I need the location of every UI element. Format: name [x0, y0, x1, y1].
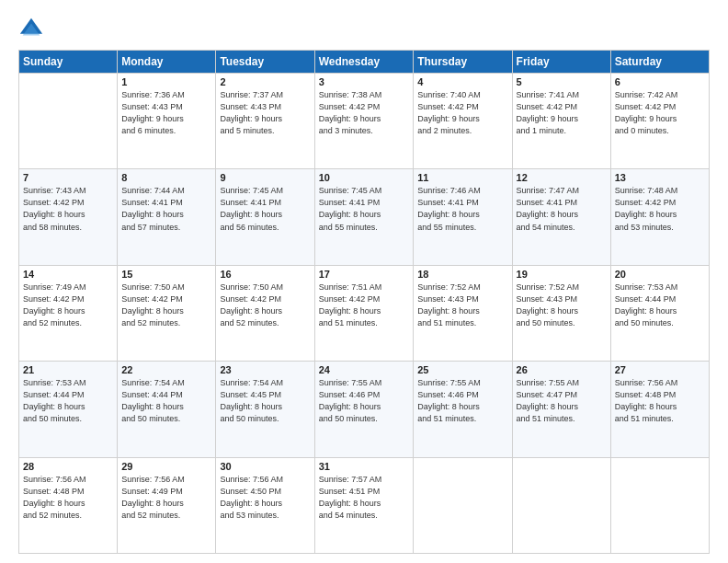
day-number: 13 [615, 172, 705, 183]
day-number: 25 [417, 364, 507, 375]
calendar-day-21: 21Sunrise: 7:53 AM Sunset: 4:44 PM Dayli… [19, 362, 118, 457]
calendar-day-7: 7Sunrise: 7:43 AM Sunset: 4:42 PM Daylig… [19, 169, 118, 265]
day-number: 10 [319, 172, 410, 183]
day-info: Sunrise: 7:53 AM Sunset: 4:44 PM Dayligh… [615, 282, 705, 329]
day-info: Sunrise: 7:55 AM Sunset: 4:46 PM Dayligh… [417, 377, 507, 425]
calendar-week-3: 14Sunrise: 7:49 AM Sunset: 4:42 PM Dayli… [19, 265, 710, 361]
day-info: Sunrise: 7:51 AM Sunset: 4:42 PM Dayligh… [319, 282, 410, 329]
day-info: Sunrise: 7:52 AM Sunset: 4:43 PM Dayligh… [517, 282, 607, 329]
day-number: 27 [615, 364, 705, 375]
day-number: 6 [615, 76, 705, 87]
calendar-day-4: 4Sunrise: 7:40 AM Sunset: 4:42 PM Daylig… [414, 74, 512, 169]
calendar-day-9: 9Sunrise: 7:45 AM Sunset: 4:41 PM Daylig… [216, 169, 314, 265]
logo-icon [18, 17, 44, 42]
weekday-header-friday: Friday [512, 51, 610, 74]
day-info: Sunrise: 7:50 AM Sunset: 4:42 PM Dayligh… [220, 282, 310, 329]
day-info: Sunrise: 7:55 AM Sunset: 4:46 PM Dayligh… [319, 377, 410, 425]
day-info: Sunrise: 7:49 AM Sunset: 4:42 PM Dayligh… [23, 282, 113, 329]
calendar-empty [414, 457, 512, 553]
calendar-day-30: 30Sunrise: 7:56 AM Sunset: 4:50 PM Dayli… [216, 457, 314, 553]
calendar-day-15: 15Sunrise: 7:50 AM Sunset: 4:42 PM Dayli… [118, 265, 216, 361]
day-number: 26 [517, 364, 607, 375]
calendar-empty [19, 74, 118, 169]
calendar-week-1: 1Sunrise: 7:36 AM Sunset: 4:43 PM Daylig… [19, 74, 710, 169]
day-info: Sunrise: 7:42 AM Sunset: 4:42 PM Dayligh… [615, 89, 705, 137]
day-number: 1 [121, 76, 211, 87]
day-info: Sunrise: 7:52 AM Sunset: 4:43 PM Dayligh… [417, 282, 507, 329]
calendar-day-25: 25Sunrise: 7:55 AM Sunset: 4:46 PM Dayli… [414, 362, 512, 457]
day-info: Sunrise: 7:44 AM Sunset: 4:41 PM Dayligh… [121, 185, 211, 233]
day-info: Sunrise: 7:56 AM Sunset: 4:49 PM Dayligh… [121, 474, 211, 522]
day-info: Sunrise: 7:48 AM Sunset: 4:42 PM Dayligh… [615, 185, 705, 233]
calendar-day-29: 29Sunrise: 7:56 AM Sunset: 4:49 PM Dayli… [118, 457, 216, 553]
calendar-empty [610, 457, 709, 553]
day-number: 19 [517, 269, 607, 280]
calendar-day-11: 11Sunrise: 7:46 AM Sunset: 4:41 PM Dayli… [414, 169, 512, 265]
weekday-header-sunday: Sunday [19, 51, 118, 74]
day-number: 3 [319, 76, 410, 87]
day-number: 15 [121, 269, 211, 280]
day-number: 18 [417, 269, 507, 280]
calendar-day-5: 5Sunrise: 7:41 AM Sunset: 4:42 PM Daylig… [512, 74, 610, 169]
day-info: Sunrise: 7:45 AM Sunset: 4:41 PM Dayligh… [319, 185, 410, 233]
calendar-day-26: 26Sunrise: 7:55 AM Sunset: 4:47 PM Dayli… [512, 362, 610, 457]
calendar-day-6: 6Sunrise: 7:42 AM Sunset: 4:42 PM Daylig… [610, 74, 709, 169]
calendar-day-13: 13Sunrise: 7:48 AM Sunset: 4:42 PM Dayli… [610, 169, 709, 265]
header [18, 17, 710, 42]
calendar-day-24: 24Sunrise: 7:55 AM Sunset: 4:46 PM Dayli… [314, 362, 414, 457]
calendar-week-5: 28Sunrise: 7:56 AM Sunset: 4:48 PM Dayli… [19, 457, 710, 553]
day-number: 7 [23, 172, 113, 183]
calendar-day-12: 12Sunrise: 7:47 AM Sunset: 4:41 PM Dayli… [512, 169, 610, 265]
day-info: Sunrise: 7:54 AM Sunset: 4:45 PM Dayligh… [220, 377, 310, 425]
calendar-day-10: 10Sunrise: 7:45 AM Sunset: 4:41 PM Dayli… [314, 169, 414, 265]
day-info: Sunrise: 7:56 AM Sunset: 4:48 PM Dayligh… [23, 474, 113, 522]
day-info: Sunrise: 7:36 AM Sunset: 4:43 PM Dayligh… [121, 89, 211, 137]
day-info: Sunrise: 7:43 AM Sunset: 4:42 PM Dayligh… [23, 185, 113, 233]
weekday-header-thursday: Thursday [414, 51, 512, 74]
calendar-day-3: 3Sunrise: 7:38 AM Sunset: 4:42 PM Daylig… [314, 74, 414, 169]
day-info: Sunrise: 7:41 AM Sunset: 4:42 PM Dayligh… [517, 89, 607, 137]
day-info: Sunrise: 7:37 AM Sunset: 4:43 PM Dayligh… [220, 89, 310, 137]
day-number: 30 [220, 461, 310, 472]
calendar-day-22: 22Sunrise: 7:54 AM Sunset: 4:44 PM Dayli… [118, 362, 216, 457]
day-number: 23 [220, 364, 310, 375]
calendar-day-18: 18Sunrise: 7:52 AM Sunset: 4:43 PM Dayli… [414, 265, 512, 361]
day-number: 28 [23, 461, 113, 472]
day-info: Sunrise: 7:40 AM Sunset: 4:42 PM Dayligh… [417, 89, 507, 137]
day-number: 20 [615, 269, 705, 280]
day-number: 9 [220, 172, 310, 183]
calendar-week-2: 7Sunrise: 7:43 AM Sunset: 4:42 PM Daylig… [19, 169, 710, 265]
day-number: 17 [319, 269, 410, 280]
calendar-empty [512, 457, 610, 553]
calendar-week-4: 21Sunrise: 7:53 AM Sunset: 4:44 PM Dayli… [19, 362, 710, 457]
day-number: 8 [121, 172, 211, 183]
day-number: 29 [121, 461, 211, 472]
day-number: 21 [23, 364, 113, 375]
day-info: Sunrise: 7:54 AM Sunset: 4:44 PM Dayligh… [121, 377, 211, 425]
calendar-table: SundayMondayTuesdayWednesdayThursdayFrid… [18, 50, 710, 554]
day-info: Sunrise: 7:56 AM Sunset: 4:50 PM Dayligh… [220, 474, 310, 522]
day-info: Sunrise: 7:45 AM Sunset: 4:41 PM Dayligh… [220, 185, 310, 233]
calendar-day-2: 2Sunrise: 7:37 AM Sunset: 4:43 PM Daylig… [216, 74, 314, 169]
weekday-header-wednesday: Wednesday [314, 51, 414, 74]
calendar-day-28: 28Sunrise: 7:56 AM Sunset: 4:48 PM Dayli… [19, 457, 118, 553]
day-info: Sunrise: 7:55 AM Sunset: 4:47 PM Dayligh… [517, 377, 607, 425]
calendar-day-23: 23Sunrise: 7:54 AM Sunset: 4:45 PM Dayli… [216, 362, 314, 457]
calendar-header-row: SundayMondayTuesdayWednesdayThursdayFrid… [19, 51, 710, 74]
day-number: 2 [220, 76, 310, 87]
day-number: 31 [319, 461, 410, 472]
day-info: Sunrise: 7:46 AM Sunset: 4:41 PM Dayligh… [417, 185, 507, 233]
day-number: 12 [517, 172, 607, 183]
calendar-day-14: 14Sunrise: 7:49 AM Sunset: 4:42 PM Dayli… [19, 265, 118, 361]
day-info: Sunrise: 7:47 AM Sunset: 4:41 PM Dayligh… [517, 185, 607, 233]
day-number: 24 [319, 364, 410, 375]
day-info: Sunrise: 7:53 AM Sunset: 4:44 PM Dayligh… [23, 377, 113, 425]
day-number: 16 [220, 269, 310, 280]
day-number: 4 [417, 76, 507, 87]
day-number: 11 [417, 172, 507, 183]
calendar-day-8: 8Sunrise: 7:44 AM Sunset: 4:41 PM Daylig… [118, 169, 216, 265]
day-number: 22 [121, 364, 211, 375]
logo [18, 17, 48, 42]
calendar-day-17: 17Sunrise: 7:51 AM Sunset: 4:42 PM Dayli… [314, 265, 414, 361]
day-number: 5 [517, 76, 607, 87]
